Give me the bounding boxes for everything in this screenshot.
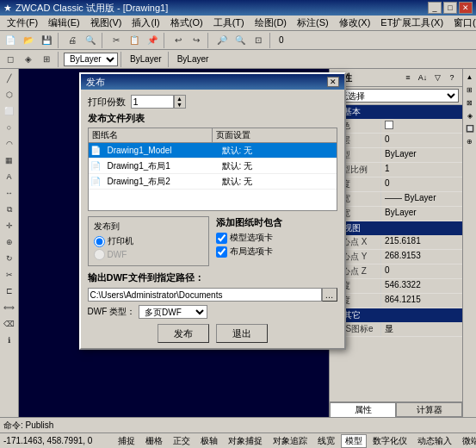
output-path-row: … xyxy=(88,288,337,302)
spinner-up-arrow: ▲ xyxy=(176,96,182,102)
printer-radio-row: 打印机 xyxy=(94,235,203,247)
dwf-type-row: DWF 类型： 多页DWF xyxy=(88,305,337,319)
print-count-row: 打印份数 ▲ ▼ xyxy=(88,95,337,109)
output-path-input[interactable] xyxy=(88,288,322,302)
model-space-cb[interactable] xyxy=(216,233,227,244)
dialog-title-bar: 发布 ✕ xyxy=(81,74,344,90)
print-count-input[interactable] xyxy=(131,95,174,109)
dialog-buttons: 发布 退出 xyxy=(88,324,337,343)
publish-to-group: 发布到 打印机 DWF xyxy=(88,216,209,266)
dialog-title-text: 发布 xyxy=(86,76,105,89)
file-list-header: 图纸名 页面设置 xyxy=(88,128,337,142)
publish-dialog: 发布 ✕ 打印份数 ▲ ▼ 发布文件列表 图纸名 页面设置 xyxy=(79,72,346,350)
publish-to-label: 发布到 xyxy=(94,221,203,233)
list-setting-1: 默认: 无 xyxy=(220,160,335,172)
dwf-type-combo[interactable]: 多页DWF xyxy=(139,305,207,319)
exit-button[interactable]: 退出 xyxy=(216,324,268,343)
dwf-label: DWF xyxy=(108,250,127,259)
dwf-radio-row: DWF xyxy=(94,249,203,260)
print-count-label: 打印份数 xyxy=(88,96,126,109)
dialog-overlay: 发布 ✕ 打印份数 ▲ ▼ 发布文件列表 图纸名 页面设置 xyxy=(0,0,476,448)
dlg-two-col: 发布到 打印机 DWF 添加图纸时包含 xyxy=(88,216,337,266)
output-path-label: 输出DWF文件到指定路径： xyxy=(88,271,337,284)
spinner-down-arrow: ▼ xyxy=(176,102,182,108)
list-item-0[interactable]: 📄 Drawing1_Model 默认: 无 xyxy=(89,143,337,159)
print-count-spinner[interactable]: ▲ ▼ xyxy=(174,95,186,109)
list-icon-2: 📄 xyxy=(90,177,106,186)
output-path-browse-btn[interactable]: … xyxy=(322,288,337,302)
list-icon-1: 📄 xyxy=(90,161,106,171)
list-name-0: Drawing1_Model xyxy=(106,146,220,155)
list-setting-0: 默认: 无 xyxy=(220,145,335,157)
add-when-col: 添加图纸时包含 模型选项卡 布局选项卡 xyxy=(216,216,337,266)
list-name-1: Drawing1_布局1 xyxy=(106,160,220,172)
layout-label: 布局选项卡 xyxy=(230,246,273,258)
add-when-label: 添加图纸时包含 xyxy=(216,216,337,229)
file-list[interactable]: 📄 Drawing1_Model 默认: 无 📄 Drawing1_布局1 默认… xyxy=(88,142,337,211)
dwf-radio[interactable] xyxy=(94,249,105,260)
list-item-2[interactable]: 📄 Drawing1_布局2 默认: 无 xyxy=(89,174,337,190)
list-name-2: Drawing1_布局2 xyxy=(106,176,220,188)
list-icon-0: 📄 xyxy=(90,146,106,155)
list-setting-2: 默认: 无 xyxy=(220,176,335,188)
list-item-1[interactable]: 📄 Drawing1_布局1 默认: 无 xyxy=(89,159,337,174)
dialog-body: 打印份数 ▲ ▼ 发布文件列表 图纸名 页面设置 📄 Drawing1_Mode… xyxy=(81,90,344,348)
printer-label: 打印机 xyxy=(108,235,133,247)
printer-radio[interactable] xyxy=(94,236,105,247)
model-space-cb-row: 模型选项卡 xyxy=(216,232,337,244)
dialog-close-btn[interactable]: ✕ xyxy=(327,77,339,87)
publish-button[interactable]: 发布 xyxy=(158,324,209,343)
layout-cb[interactable] xyxy=(216,246,227,258)
layout-cb-row: 布局选项卡 xyxy=(216,246,337,258)
file-list-label: 发布文件列表 xyxy=(88,112,337,125)
col-name-header: 图纸名 xyxy=(89,128,213,142)
publish-to-col: 发布到 打印机 DWF xyxy=(88,216,209,266)
col-setting-header: 页面设置 xyxy=(213,128,337,142)
model-space-label: 模型选项卡 xyxy=(230,232,273,244)
dwf-type-label: DWF 类型： xyxy=(88,306,136,318)
